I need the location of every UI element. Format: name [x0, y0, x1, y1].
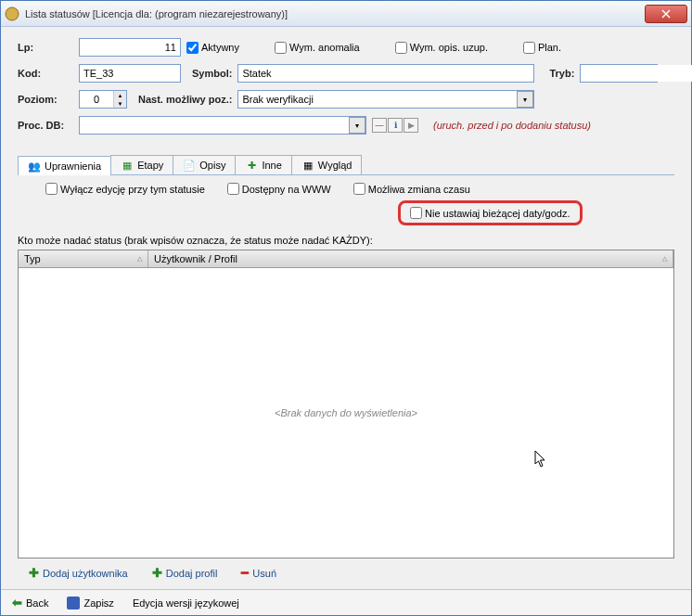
table-header: Typ△ Użytkownik / Profil△	[19, 250, 673, 268]
tryb-select[interactable]: ▾	[580, 64, 658, 83]
proc-remove-icon[interactable]: —	[372, 118, 387, 133]
nie-ustawiaj-check[interactable]: Nie ustawiaj bieżącej daty/godz.	[410, 207, 570, 219]
footer: ⬅Back Zapisz Edycja wersji językowej	[1, 589, 691, 615]
grid-icon: ▦	[301, 159, 314, 172]
tab-uprawnienia[interactable]: 👥Uprawnienia	[18, 156, 111, 175]
tabs: 👥Uprawnienia ▦Etapy 📄Opisy ✚Inne ▦Wygląd	[18, 155, 674, 175]
proc-db-input[interactable]: ▾	[79, 116, 366, 135]
tab-etapy[interactable]: ▦Etapy	[110, 155, 173, 174]
window-title: Lista statusów [Licencja dla: (program n…	[25, 8, 645, 19]
symbol-label: Symbol:	[192, 68, 232, 79]
highlight-box: Nie ustawiaj bieżącej daty/godz.	[398, 200, 583, 225]
puzzle-icon: ✚	[245, 159, 258, 172]
titlebar: Lista statusów [Licencja dla: (program n…	[1, 1, 691, 27]
wym-anomalia-check[interactable]: Wym. anomalia	[275, 42, 360, 54]
wym-opis-check[interactable]: Wym. opis. uzup.	[395, 42, 488, 54]
delete-button[interactable]: ━Usuń	[241, 566, 276, 580]
proc-info-icon[interactable]: ℹ	[388, 118, 403, 133]
users-icon: 👥	[28, 160, 41, 173]
dostepny-www-check[interactable]: Dostępny na WWW	[227, 183, 331, 195]
app-icon	[5, 6, 19, 21]
save-icon	[67, 597, 80, 610]
close-button[interactable]	[645, 5, 687, 23]
aktywny-check[interactable]: Aktywny	[186, 42, 239, 54]
back-arrow-icon: ⬅	[12, 596, 22, 610]
lp-label: Lp:	[18, 42, 73, 53]
close-icon	[661, 9, 671, 19]
stages-icon: ▦	[121, 159, 134, 172]
chevron-down-icon[interactable]: ▾	[349, 117, 365, 134]
tab-wyglad[interactable]: ▦Wygląd	[291, 155, 363, 174]
save-button[interactable]: Zapisz	[67, 597, 113, 610]
plus-icon: ✚	[152, 566, 162, 580]
add-profile-button[interactable]: ✚Dodaj profil	[152, 566, 218, 580]
chevron-down-icon[interactable]: ▾	[517, 91, 533, 108]
plan-check[interactable]: Plan.	[523, 42, 561, 54]
mozliwa-zmiana-check[interactable]: Możliwa zmiana czasu	[353, 183, 470, 195]
kod-input[interactable]	[79, 64, 181, 83]
svg-point-0	[6, 7, 19, 20]
poziom-spinner[interactable]: ▲▼	[79, 90, 127, 109]
minus-icon: ━	[241, 566, 249, 580]
kod-label: Kod:	[18, 68, 73, 79]
lp-input[interactable]	[79, 38, 181, 57]
poziom-label: Poziom:	[18, 94, 73, 105]
doc-icon: 📄	[183, 159, 196, 172]
sort-icon: △	[662, 255, 667, 263]
nast-label: Nast. możliwy poz.:	[138, 94, 232, 105]
col-typ[interactable]: Typ△	[19, 250, 148, 267]
table-empty: <Brak danych do wyświetlenia>	[19, 268, 673, 558]
col-user[interactable]: Użytkownik / Profil△	[148, 250, 673, 267]
plus-icon: ✚	[29, 566, 39, 580]
nast-select[interactable]: ▾	[237, 90, 534, 109]
proc-note: (uruch. przed i po dodaniu statusu)	[433, 120, 591, 131]
proc-exec-icon[interactable]: ▶	[404, 118, 418, 133]
tab-opisy[interactable]: 📄Opisy	[173, 155, 236, 174]
tryb-label: Tryb:	[549, 68, 574, 79]
permissions-table: Typ△ Użytkownik / Profil△ <Brak danych d…	[18, 250, 674, 558]
proc-db-label: Proc. DB:	[18, 120, 73, 131]
sort-icon: △	[137, 255, 142, 263]
spin-down-icon[interactable]: ▼	[113, 99, 126, 108]
add-user-button[interactable]: ✚Dodaj użytkownika	[29, 566, 128, 580]
wylacz-edycje-check[interactable]: Wyłącz edycję przy tym statusie	[45, 183, 205, 195]
tab-inne[interactable]: ✚Inne	[235, 155, 291, 174]
symbol-input[interactable]	[237, 64, 534, 83]
language-edit-button[interactable]: Edycja wersji językowej	[133, 597, 239, 609]
table-subtitle: Kto może nadać status (brak wpisów oznac…	[18, 235, 674, 246]
back-button[interactable]: ⬅Back	[12, 596, 48, 610]
spin-up-icon[interactable]: ▲	[113, 91, 126, 99]
